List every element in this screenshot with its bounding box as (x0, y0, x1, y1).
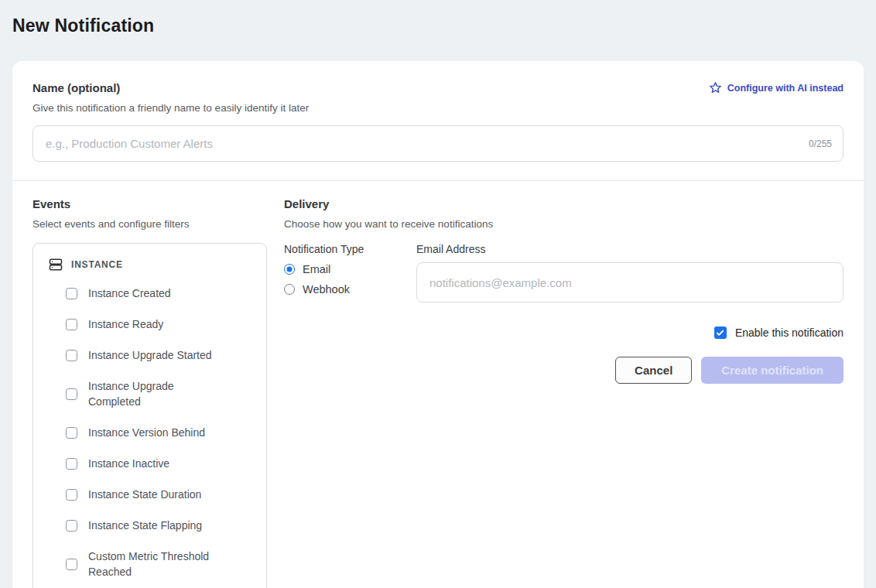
checkbox-checked-icon[interactable] (714, 326, 727, 339)
char-counter: 0/255 (809, 138, 832, 149)
event-row-custom-metric-threshold[interactable]: Custom Metric Threshold Reached (66, 541, 255, 587)
events-section: Events Select events and configure filte… (33, 197, 267, 588)
notification-type-label: Notification Type (284, 243, 416, 255)
radio-option-email[interactable]: Email (284, 263, 416, 275)
delivery-section: Delivery Choose how you want to receive … (284, 197, 843, 588)
notification-name-input[interactable] (33, 125, 843, 162)
checkbox-unchecked[interactable] (66, 288, 77, 299)
event-row-instance-upgrade-completed[interactable]: Instance Upgrade Completed (66, 371, 255, 417)
radio-checked-icon[interactable] (284, 264, 295, 275)
radio-option-webhook[interactable]: Webhook (284, 283, 416, 296)
checkbox-unchecked[interactable] (66, 520, 77, 532)
delivery-subtitle: Choose how you want to receive notificat… (284, 218, 843, 230)
checkbox-unchecked[interactable] (66, 458, 77, 470)
checkbox-unchecked[interactable] (66, 319, 77, 330)
event-group-label: INSTANCE (71, 259, 123, 270)
event-row-instance-ready[interactable]: Instance Ready (66, 309, 255, 340)
radio-unchecked-icon[interactable] (284, 284, 295, 295)
event-row-instance-created[interactable]: Instance Created (66, 278, 255, 309)
page-title: New Notification (12, 15, 876, 36)
checkbox-unchecked[interactable] (66, 388, 77, 400)
name-section-title: Name (optional) (33, 81, 120, 94)
name-section-subtitle: Give this notification a friendly name t… (33, 102, 843, 114)
email-address-label: Email Address (416, 243, 843, 255)
enable-notification-label: Enable this notification (735, 326, 843, 339)
star-icon (709, 81, 722, 94)
event-group-instance: INSTANCE (44, 251, 255, 278)
event-row-instance-state-flapping[interactable]: Instance State Flapping (66, 510, 255, 541)
events-title: Events (33, 197, 267, 210)
configure-with-ai-label: Configure with AI instead (727, 83, 843, 94)
event-row-instance-state-duration[interactable]: Instance State Duration (66, 479, 255, 510)
configure-with-ai-button[interactable]: Configure with AI instead (709, 81, 843, 94)
events-list-box: INSTANCE Instance Created Instance Ready… (33, 243, 267, 588)
new-notification-card: Name (optional) Configure with AI instea… (12, 61, 864, 588)
delivery-title: Delivery (284, 197, 843, 210)
server-icon (49, 258, 63, 272)
create-notification-button[interactable]: Create notification (701, 357, 843, 384)
checkbox-unchecked[interactable] (66, 489, 77, 501)
enable-notification-row[interactable]: Enable this notification (284, 326, 843, 339)
name-section: Name (optional) Configure with AI instea… (12, 61, 864, 180)
events-subtitle: Select events and configure filters (33, 218, 267, 230)
event-row-instance-inactive[interactable]: Instance Inactive (66, 448, 255, 479)
event-row-instance-version-behind[interactable]: Instance Version Behind (66, 417, 255, 448)
checkbox-unchecked[interactable] (66, 350, 77, 361)
event-row-instance-upgrade-started[interactable]: Instance Upgrade Started (66, 340, 255, 371)
cancel-button[interactable]: Cancel (615, 357, 692, 384)
checkbox-unchecked[interactable] (66, 559, 77, 570)
email-address-input[interactable] (416, 262, 843, 303)
checkbox-unchecked[interactable] (66, 427, 77, 439)
